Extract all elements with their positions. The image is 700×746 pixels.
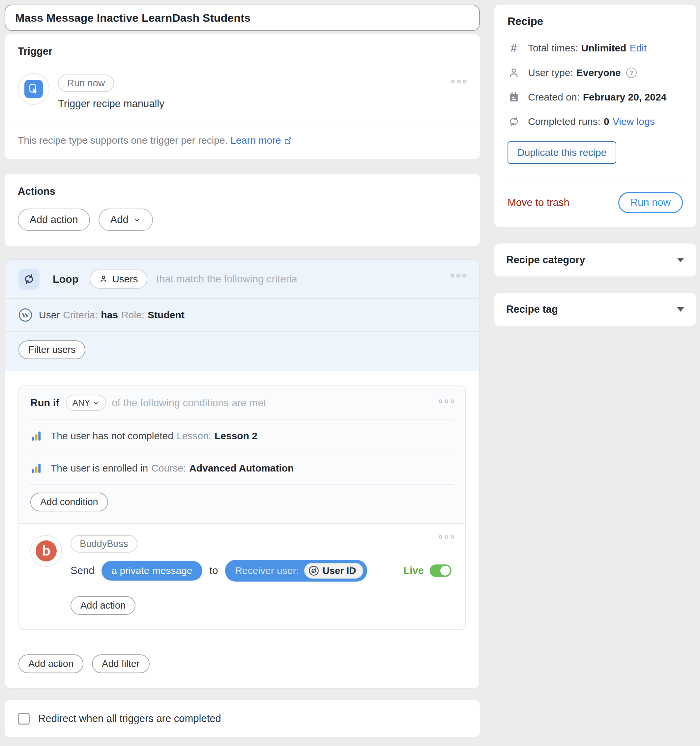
loop-criteria-sentence: User Criteria: has Role: Student <box>39 310 185 320</box>
run-if-mode-select[interactable]: ANY <box>66 395 106 411</box>
recipe-settings-panel: Recipe # Total times: Unlimited Edit <box>494 5 696 227</box>
actions-heading: Actions <box>18 185 467 197</box>
live-toggle[interactable] <box>430 564 452 577</box>
trigger-content: Run now Trigger recipe manually <box>58 73 164 110</box>
recipe-title-input[interactable] <box>5 5 480 31</box>
recipe-meta: # Total times: Unlimited Edit User type:… <box>507 42 683 128</box>
learndash-bars-icon <box>30 462 42 474</box>
receiver-pill[interactable]: Receiver user: <box>225 560 367 582</box>
action-menu-dots-icon[interactable] <box>439 535 454 539</box>
condition-row[interactable]: The user has not completed Lesson: Lesso… <box>19 420 465 452</box>
user-icon <box>99 274 108 284</box>
divider <box>507 177 683 178</box>
trigger-sentence[interactable]: Trigger recipe manually <box>58 98 164 110</box>
move-to-trash-link[interactable]: Move to trash <box>507 197 569 209</box>
recipe-tag-heading: Recipe tag <box>506 304 558 315</box>
trigger-panel: Trigger Run now Trigger recipe manually <box>5 34 480 159</box>
trigger-integration-badge <box>18 73 50 105</box>
learn-more-link[interactable]: Learn more <box>230 135 292 146</box>
message-pill[interactable]: a private message <box>101 561 202 581</box>
duplicate-recipe-button[interactable]: Duplicate this recipe <box>507 141 616 164</box>
loop-hint: that match the following criteria <box>157 273 297 285</box>
receiver-label: Receiver user: <box>235 565 299 576</box>
main-column: Trigger Run now Trigger recipe manually <box>5 5 480 737</box>
actions-panel: Actions Add action Add <box>5 174 480 246</box>
run-now-badge: Run now <box>58 74 114 92</box>
to-word: to <box>209 565 218 577</box>
loop-subject-pill[interactable]: Users <box>90 269 147 289</box>
loop-header: Loop Users that match the following crit… <box>5 260 479 298</box>
send-word: Send <box>71 565 94 577</box>
filter-users-button[interactable]: Filter users <box>18 340 85 359</box>
recipe-category-panel[interactable]: Recipe category <box>494 244 696 277</box>
hash-icon: # <box>507 42 520 54</box>
run-if-label: Run if <box>30 397 59 409</box>
learndash-bars-icon <box>30 430 42 442</box>
trigger-note-text: This recipe type supports one trigger pe… <box>18 135 228 146</box>
external-link-icon <box>284 137 292 145</box>
loop-add-action-button[interactable]: Add action <box>18 654 83 673</box>
svg-text:W: W <box>21 311 29 319</box>
calendar-icon <box>507 91 520 103</box>
user-id-label: User ID <box>323 566 356 576</box>
condition-row[interactable]: The user is enrolled in Course: Advanced… <box>19 453 465 484</box>
user-type-row: User type: Everyone ? <box>507 67 683 79</box>
user-id-token[interactable]: User ID <box>304 563 364 579</box>
add-condition-row: Add condition <box>19 485 465 523</box>
add-condition-button[interactable]: Add condition <box>30 493 108 511</box>
caret-down-icon <box>677 307 684 312</box>
add-action-inner-button[interactable]: Add action <box>71 596 135 615</box>
live-label: Live <box>403 565 424 577</box>
loop-repeat-icon <box>18 269 39 290</box>
buddyboss-chip: BuddyBoss <box>71 535 137 553</box>
run-if-suffix: of the following conditions are met <box>112 397 266 409</box>
loop-add-filter-button[interactable]: Add filter <box>92 654 149 673</box>
loop-menu-dots-icon[interactable] <box>450 274 466 277</box>
run-if-menu-dots-icon[interactable] <box>439 399 454 403</box>
loop-criteria-row[interactable]: W User Criteria: has Role: Student <box>5 298 479 331</box>
recipe-footer: Move to trash Run now <box>507 192 683 213</box>
recipe-heading: Recipe <box>507 15 683 28</box>
chevron-down-icon <box>133 216 141 224</box>
loop-filter-row: Filter users <box>5 331 479 371</box>
redirect-label: Redirect when all triggers are completed <box>38 713 221 725</box>
loop-subject-label: Users <box>112 274 138 285</box>
edit-total-times-link[interactable]: Edit <box>629 42 647 54</box>
redirect-checkbox[interactable] <box>18 713 30 725</box>
buddyboss-icon: b <box>36 540 57 561</box>
loop-label: Loop <box>53 273 78 285</box>
action-item: b BuddyBoss Send a private message to Re… <box>19 523 465 629</box>
condition-sentence: The user has not completed Lesson: Lesso… <box>51 430 257 442</box>
loop-body: Run if ANY of the following conditions a… <box>5 371 479 688</box>
loop-block: Loop Users that match the following crit… <box>5 259 480 689</box>
add-action-button[interactable]: Add action <box>18 209 90 231</box>
recipe-tag-panel[interactable]: Recipe tag <box>494 293 696 326</box>
loop-repeat-icon <box>507 116 520 128</box>
trigger-menu-dots-icon[interactable] <box>451 80 467 83</box>
user-icon <box>507 67 520 79</box>
action-content: BuddyBoss Send a private message to Rece… <box>71 535 454 615</box>
live-status: Live <box>403 564 454 577</box>
view-logs-link[interactable]: View logs <box>613 116 655 127</box>
condition-sentence: The user is enrolled in Course: Advanced… <box>51 463 294 474</box>
created-on-row: Created on: February 20, 2024 <box>507 91 683 103</box>
redirect-panel: Redirect when all triggers are completed <box>5 700 480 737</box>
run-if-card: Run if ANY of the following conditions a… <box>18 385 466 630</box>
manual-trigger-tap-icon <box>24 80 43 98</box>
run-now-button[interactable]: Run now <box>618 192 683 213</box>
recipe-category-heading: Recipe category <box>506 254 585 266</box>
wordpress-icon: W <box>18 308 32 322</box>
action-integration-badge: b <box>30 535 62 567</box>
caret-down-icon <box>677 258 684 262</box>
recipe-editor: Trigger Run now Trigger recipe manually <box>0 0 700 737</box>
trigger-item[interactable]: Run now Trigger recipe manually <box>5 73 480 110</box>
actions-buttons: Add action Add <box>18 209 467 231</box>
total-times-row: # Total times: Unlimited Edit <box>507 42 683 54</box>
help-icon[interactable]: ? <box>626 68 637 78</box>
trigger-heading: Trigger <box>5 45 480 57</box>
sidebar: Recipe # Total times: Unlimited Edit <box>494 5 696 737</box>
chevron-down-icon <box>93 400 99 406</box>
run-if-header: Run if ANY of the following conditions a… <box>19 386 465 420</box>
loop-footer-buttons: Add action Add filter <box>18 654 466 673</box>
add-dropdown-button[interactable]: Add <box>99 209 153 231</box>
